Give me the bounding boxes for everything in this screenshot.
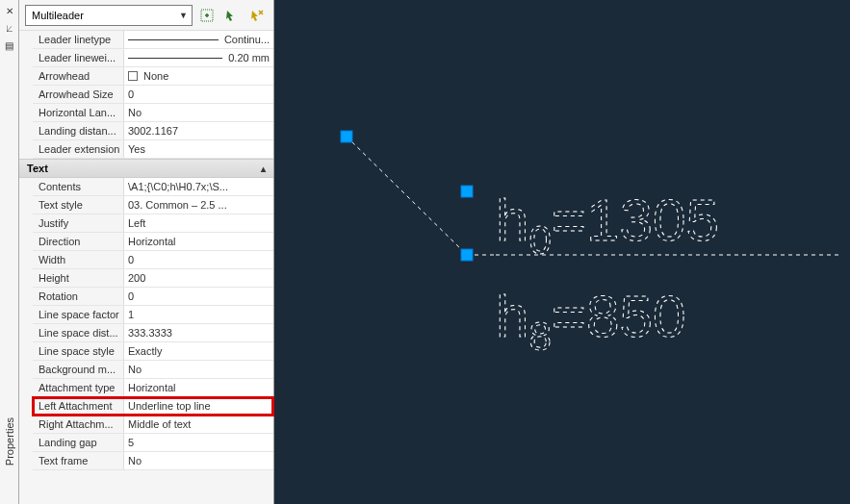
property-label: Line space factor xyxy=(33,306,124,323)
property-value[interactable]: 0 xyxy=(124,251,273,268)
linetype-preview-icon xyxy=(128,58,222,59)
property-value[interactable]: No xyxy=(124,452,273,469)
property-value[interactable]: Continu... xyxy=(124,31,273,48)
property-label: Landing gap xyxy=(33,434,124,451)
properties-panel: Multileader ▼ Leader linetypeContinu...L… xyxy=(19,0,274,504)
property-value-text: Middle of text xyxy=(128,416,191,433)
property-row[interactable]: DirectionHorizontal xyxy=(33,233,273,251)
property-value-text: 0 xyxy=(128,251,134,268)
property-label: Leader extension xyxy=(33,140,124,158)
property-row[interactable]: Leader extensionYes xyxy=(33,140,273,159)
property-label: Text frame xyxy=(33,452,124,469)
property-value-text: Horizontal xyxy=(128,379,176,396)
property-row[interactable]: ArrowheadNone xyxy=(33,67,273,86)
property-label: Right Attachm... xyxy=(33,416,124,433)
property-value[interactable]: 0.20 mm xyxy=(124,49,273,66)
property-value[interactable]: Underline top line xyxy=(124,397,273,415)
object-type-dropdown[interactable]: Multileader ▼ xyxy=(25,5,193,26)
property-label: Width xyxy=(33,251,124,268)
property-row[interactable]: Arrowhead Size0 xyxy=(33,86,273,104)
property-value-text: 0 xyxy=(128,86,134,103)
pin-icon[interactable]: ⟀ xyxy=(3,21,16,35)
property-value-text: Yes xyxy=(128,140,145,158)
property-row[interactable]: Text frameNo xyxy=(33,452,273,470)
chevron-down-icon: ▼ xyxy=(179,11,188,20)
property-row[interactable]: Right Attachm...Middle of text xyxy=(33,416,273,434)
property-label: Rotation xyxy=(33,288,124,305)
property-row[interactable]: Leader linewei...0.20 mm xyxy=(33,49,273,67)
property-label: Line space style xyxy=(33,342,124,360)
property-row[interactable]: Landing gap5 xyxy=(33,434,273,452)
property-value-text: \A1;{\C0;h\H0.7x;\S... xyxy=(128,178,228,195)
property-value[interactable]: 200 xyxy=(124,269,273,287)
property-value[interactable]: Exactly xyxy=(124,342,273,360)
grip-landing[interactable] xyxy=(461,249,473,261)
property-value-text: No xyxy=(128,104,142,121)
property-value[interactable]: 0 xyxy=(124,288,273,305)
section-header-text[interactable]: Text ▴ xyxy=(19,159,273,178)
property-value[interactable]: 1 xyxy=(124,306,273,323)
property-value[interactable]: Horizontal xyxy=(124,379,273,396)
select-objects-button[interactable] xyxy=(221,5,243,26)
toggle-pickadd-button[interactable] xyxy=(196,5,218,26)
quick-select-button[interactable] xyxy=(246,5,268,26)
property-value-text: Left xyxy=(128,214,145,232)
property-value[interactable]: No xyxy=(124,361,273,378)
property-row[interactable]: Left AttachmentUnderline top line xyxy=(33,397,273,416)
drawing-canvas[interactable]: h0=1305 h8=850 xyxy=(274,0,850,504)
property-row[interactable]: Height200 xyxy=(33,269,273,288)
property-label: Attachment type xyxy=(33,379,124,396)
property-label: Height xyxy=(33,269,124,287)
object-type-value: Multileader xyxy=(32,10,84,21)
property-row[interactable]: Contents\A1;{\C0;h\H0.7x;\S... xyxy=(33,178,273,196)
property-value-text: 3002.1167 xyxy=(128,122,178,139)
grip-arrow-end[interactable] xyxy=(341,131,352,142)
property-label: Justify xyxy=(33,214,124,232)
property-row[interactable]: Attachment typeHorizontal xyxy=(33,379,273,397)
property-value[interactable]: 3002.1167 xyxy=(124,122,273,139)
property-value-text: Continu... xyxy=(224,31,270,48)
section-label: Text xyxy=(27,163,48,174)
property-value[interactable]: Yes xyxy=(124,140,273,158)
properties-rail: ✕ ⟀ ▤ Properties xyxy=(0,0,19,504)
property-label: Line space dist... xyxy=(33,324,124,341)
linetype-preview-icon xyxy=(128,39,219,40)
property-value[interactable]: 0 xyxy=(124,86,273,103)
property-row[interactable]: Line space styleExactly xyxy=(33,342,273,361)
property-value[interactable]: 03. Common – 2.5 ... xyxy=(124,196,273,214)
property-value[interactable]: No xyxy=(124,104,273,121)
property-value[interactable]: Middle of text xyxy=(124,416,273,433)
property-value-text: Horizontal xyxy=(128,233,176,250)
panel-title: Properties xyxy=(4,417,15,466)
property-value[interactable]: 5 xyxy=(124,434,273,451)
property-value-text: Exactly xyxy=(128,342,162,360)
property-value-text: No xyxy=(128,361,142,378)
mtext-line-1: h0=1305 xyxy=(496,187,719,263)
property-value[interactable]: Left xyxy=(124,214,273,232)
property-row[interactable]: Width0 xyxy=(33,251,273,269)
property-label: Arrowhead Size xyxy=(33,86,124,103)
drawing-svg: h0=1305 h8=850 xyxy=(274,0,850,504)
property-row[interactable]: Text style03. Common – 2.5 ... xyxy=(33,196,273,214)
property-value-text: 03. Common – 2.5 ... xyxy=(128,196,227,214)
property-value-text: 0.20 mm xyxy=(228,49,270,66)
close-icon[interactable]: ✕ xyxy=(3,4,16,17)
property-value-text: Underline top line xyxy=(128,397,211,415)
property-row[interactable]: Rotation0 xyxy=(33,288,273,306)
property-row[interactable]: Leader linetypeContinu... xyxy=(33,31,273,49)
grip-leader-vertex[interactable] xyxy=(461,186,473,197)
property-row[interactable]: Line space factor1 xyxy=(33,306,273,324)
property-row[interactable]: Landing distan...3002.1167 xyxy=(33,122,273,140)
property-row[interactable]: Horizontal Lan...No xyxy=(33,104,273,122)
property-row[interactable]: Background m...No xyxy=(33,361,273,379)
property-value[interactable]: \A1;{\C0;h\H0.7x;\S... xyxy=(124,178,273,195)
menu-icon[interactable]: ▤ xyxy=(3,38,16,52)
property-value[interactable]: None xyxy=(124,67,273,85)
property-label: Horizontal Lan... xyxy=(33,104,124,121)
property-value[interactable]: Horizontal xyxy=(124,233,273,250)
mtext-line-2: h8=850 xyxy=(496,283,686,359)
property-row[interactable]: Line space dist...333.3333 xyxy=(33,324,273,342)
property-row[interactable]: JustifyLeft xyxy=(33,214,273,233)
property-label: Arrowhead xyxy=(33,67,124,85)
property-value[interactable]: 333.3333 xyxy=(124,324,273,341)
